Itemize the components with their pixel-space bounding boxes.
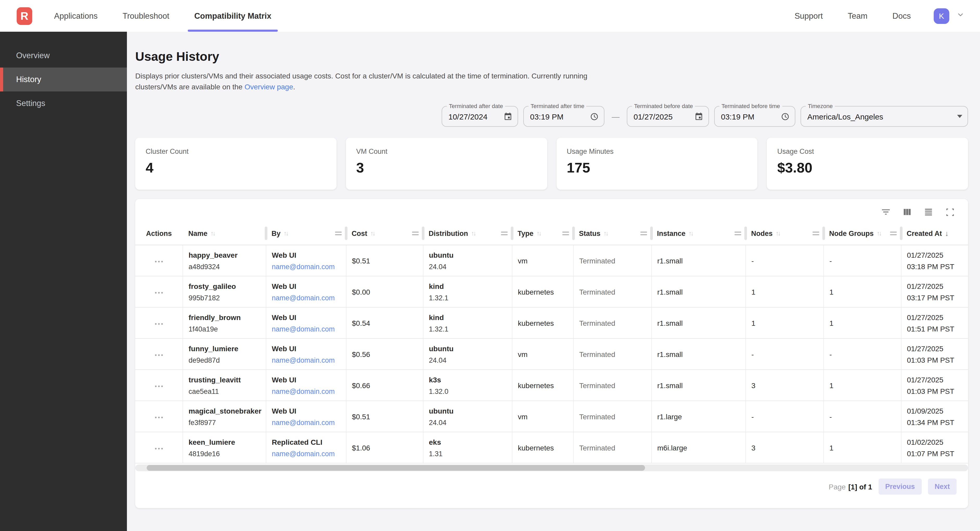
account-menu-chevron[interactable]	[956, 11, 964, 21]
row-by-email-link[interactable]: name@domain.com	[272, 387, 344, 395]
filter-field-terminated-after-date[interactable]: Terminated after date10/27/2024	[442, 106, 518, 127]
column-header-by[interactable]: By↑↓	[266, 222, 346, 245]
column-drag-handle[interactable]	[890, 230, 897, 237]
page-info: [1] of 1	[848, 482, 872, 491]
clock-icon[interactable]	[590, 112, 599, 121]
row-by-email-link[interactable]: name@domain.com	[272, 263, 344, 270]
column-header-instance[interactable]: Instance↑↓	[651, 222, 745, 245]
column-resize-separator[interactable]	[265, 227, 267, 240]
row-actions-menu-button[interactable]	[152, 320, 166, 328]
primary-tabs: ApplicationsTroubleshootCompatibility Ma…	[52, 0, 274, 32]
sort-icon[interactable]: ↑↓	[471, 230, 476, 237]
dropdown-icon[interactable]	[957, 115, 963, 118]
filter-field-terminated-before-date[interactable]: Terminated before date01/27/2025	[627, 106, 709, 127]
tab-troubleshoot[interactable]: Troubleshoot	[121, 0, 172, 32]
density-button[interactable]	[922, 206, 935, 220]
column-header-name[interactable]: Name↑↓	[183, 222, 266, 245]
sidebar: OverviewHistorySettings	[0, 32, 127, 531]
row-by-email-link[interactable]: name@domain.com	[272, 356, 344, 364]
row-id: 1f40a19e	[189, 325, 264, 333]
column-header-type[interactable]: Type↑↓	[512, 222, 573, 245]
cell-by: Web UIname@domain.com	[266, 370, 346, 401]
filter-button[interactable]	[879, 206, 892, 220]
sidebar-item-settings[interactable]: Settings	[0, 92, 127, 115]
row-actions-menu-button[interactable]	[152, 351, 166, 359]
column-resize-separator[interactable]	[822, 227, 825, 240]
clock-icon[interactable]	[781, 112, 790, 121]
column-header-cost[interactable]: Cost↑↓	[346, 222, 423, 245]
calendar-icon[interactable]	[504, 112, 512, 121]
nav-spacer	[274, 0, 792, 32]
sort-icon[interactable]: ↑↓	[776, 230, 780, 237]
nav-link-docs[interactable]: Docs	[890, 11, 913, 21]
nav-link-support[interactable]: Support	[792, 11, 825, 21]
filter-field-terminated-before-time[interactable]: Terminated before time03:19 PM	[714, 106, 795, 127]
sort-icon[interactable]: ↑↓	[371, 230, 374, 237]
previous-page-button[interactable]: Previous	[878, 479, 921, 495]
tab-compatibility-matrix[interactable]: Compatibility Matrix	[192, 0, 274, 32]
nav-link-team[interactable]: Team	[846, 11, 870, 21]
columns-button[interactable]	[900, 206, 914, 220]
column-drag-handle[interactable]	[412, 230, 419, 237]
sort-icon[interactable]: ↑↓	[284, 230, 288, 237]
sidebar-item-history[interactable]: History	[0, 68, 127, 92]
stat-card-vm-count: VM Count3	[346, 138, 547, 190]
sort-icon[interactable]: ↑↓	[689, 230, 693, 237]
sort-icon[interactable]: ↑↓	[604, 230, 608, 237]
column-resize-separator[interactable]	[900, 227, 902, 240]
horizontal-scrollbar-thumb[interactable]	[147, 465, 645, 471]
next-page-button[interactable]: Next	[928, 479, 956, 495]
column-drag-handle[interactable]	[562, 230, 569, 237]
row-by-email-link[interactable]: name@domain.com	[272, 450, 344, 458]
cell-node-groups: 1	[823, 432, 901, 463]
sort-icon[interactable]: ↑↓	[536, 230, 541, 237]
column-drag-handle[interactable]	[735, 230, 741, 237]
column-resize-separator[interactable]	[422, 227, 425, 240]
row-actions-menu-button[interactable]	[152, 288, 166, 297]
sort-icon[interactable]: ↑↓	[211, 230, 215, 237]
row-distribution: kind	[429, 282, 509, 290]
row-actions-menu-button[interactable]	[152, 257, 166, 265]
column-header-nodes[interactable]: Nodes↑↓	[745, 222, 823, 245]
sidebar-item-overview[interactable]: Overview	[0, 44, 127, 68]
column-header-created-at[interactable]: Created At↓	[901, 222, 968, 245]
column-drag-handle[interactable]	[813, 230, 819, 237]
row-by-email-link[interactable]: name@domain.com	[272, 325, 344, 333]
tab-applications[interactable]: Applications	[52, 0, 100, 32]
row-actions-menu-button[interactable]	[152, 382, 166, 390]
filter-field-timezone[interactable]: TimezoneAmerica/Los_Angeles	[800, 106, 968, 127]
cell-name: happy_beavera48d9324	[183, 245, 266, 276]
page-description-period: .	[293, 82, 295, 91]
sort-icon[interactable]: ↑↓	[877, 230, 881, 237]
row-actions-menu-button[interactable]	[152, 444, 166, 453]
column-header-actions[interactable]: Actions	[135, 222, 183, 245]
row-actions-menu-button[interactable]	[152, 413, 166, 422]
horizontal-scrollbar-track[interactable]	[135, 464, 968, 471]
column-drag-handle[interactable]	[335, 230, 342, 237]
column-header-status[interactable]: Status↑↓	[573, 222, 651, 245]
fullscreen-button[interactable]	[943, 206, 956, 220]
sort-desc-icon[interactable]: ↓	[945, 229, 949, 238]
row-name: keen_lumiere	[189, 438, 264, 446]
user-avatar[interactable]: K	[934, 8, 949, 24]
cell-cost: $1.06	[346, 432, 423, 463]
row-distribution-version: 1.32.0	[429, 387, 509, 395]
filter-field-terminated-after-time[interactable]: Terminated after time03:19 PM	[523, 106, 605, 127]
cell-created-at: 01/27/202501:03 PM PST	[901, 370, 968, 401]
column-drag-handle[interactable]	[640, 230, 647, 237]
column-resize-separator[interactable]	[572, 227, 575, 240]
calendar-icon[interactable]	[694, 112, 703, 121]
column-header-node-groups[interactable]: Node Groups↑↓	[823, 222, 901, 245]
replicated-logo[interactable]: R	[17, 7, 32, 25]
column-resize-separator[interactable]	[650, 227, 653, 240]
column-header-distribution[interactable]: Distribution↑↓	[423, 222, 512, 245]
column-resize-separator[interactable]	[511, 227, 514, 240]
cell-distribution: ubuntu24.04	[423, 401, 512, 432]
column-resize-separator[interactable]	[745, 227, 747, 240]
overview-page-link[interactable]: Overview page	[245, 82, 293, 91]
column-drag-handle[interactable]	[501, 230, 508, 237]
row-by-email-link[interactable]: name@domain.com	[272, 418, 344, 426]
row-by-email-link[interactable]: name@domain.com	[272, 294, 344, 302]
column-resize-separator[interactable]	[345, 227, 347, 240]
cell-status: Terminated	[573, 245, 651, 276]
